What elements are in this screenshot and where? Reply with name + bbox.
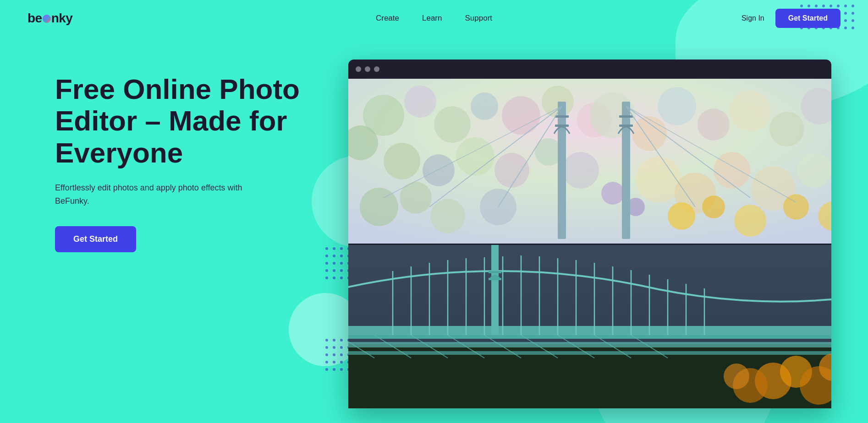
svg-point-91	[724, 363, 749, 389]
nav-right: Sign In Get Started	[742, 9, 841, 28]
nav-links: Create Learn Support	[376, 14, 492, 23]
nav-learn[interactable]: Learn	[422, 14, 442, 23]
svg-point-5	[471, 92, 498, 120]
svg-rect-39	[622, 102, 630, 239]
browser-title-bar	[348, 60, 831, 79]
svg-point-9	[384, 143, 420, 179]
svg-point-6	[502, 96, 540, 135]
hero-browser-mockup	[348, 55, 831, 408]
logo-text: benky	[27, 11, 72, 26]
svg-point-24	[430, 199, 465, 233]
browser-window	[348, 60, 831, 408]
svg-rect-53	[348, 335, 831, 339]
svg-point-31	[668, 202, 695, 230]
svg-rect-72	[491, 244, 499, 335]
svg-rect-38	[558, 102, 566, 239]
browser-content	[348, 79, 831, 408]
hero-title: Free Online Photo Editor – Made for Ever…	[55, 73, 330, 168]
svg-point-11	[456, 137, 494, 176]
svg-point-28	[714, 152, 750, 189]
svg-point-14	[562, 152, 599, 189]
nav-create[interactable]: Create	[376, 14, 399, 23]
svg-point-20	[769, 112, 804, 146]
svg-point-17	[658, 87, 696, 125]
logo-icon	[43, 15, 51, 23]
svg-point-19	[730, 90, 771, 131]
svg-rect-76	[348, 351, 831, 355]
svg-rect-52	[348, 326, 831, 335]
get-started-nav-button[interactable]: Get Started	[775, 9, 841, 28]
svg-rect-41	[619, 115, 633, 118]
hero-subtitle: Effortlessly edit photos and apply photo…	[55, 181, 275, 208]
svg-rect-43	[619, 125, 633, 127]
browser-image-top	[348, 79, 831, 244]
navigation: benky Create Learn Support Sign In Get S…	[0, 0, 868, 37]
browser-image-bottom	[348, 244, 831, 408]
hero-section: Free Online Photo Editor – Made for Ever…	[0, 37, 868, 408]
svg-point-18	[698, 108, 730, 141]
svg-point-33	[734, 205, 766, 237]
browser-split-line	[348, 244, 831, 245]
nav-support[interactable]: Support	[465, 14, 492, 23]
browser-dot-3	[374, 66, 379, 72]
sign-in-button[interactable]: Sign In	[742, 14, 764, 22]
svg-point-10	[423, 154, 455, 186]
svg-point-26	[636, 157, 681, 202]
svg-point-36	[601, 182, 624, 205]
browser-dot-1	[356, 66, 361, 72]
svg-point-16	[632, 116, 667, 151]
browser-dot-2	[365, 66, 370, 72]
svg-point-30	[797, 153, 831, 188]
svg-rect-42	[555, 125, 569, 127]
get-started-hero-button[interactable]: Get Started	[55, 226, 136, 252]
svg-rect-74	[489, 278, 501, 280]
svg-rect-40	[555, 115, 569, 118]
svg-rect-73	[489, 271, 501, 273]
svg-point-2	[404, 86, 436, 118]
svg-point-3	[434, 106, 471, 143]
svg-point-12	[494, 153, 529, 188]
svg-point-23	[400, 182, 432, 214]
logo[interactable]: benky	[27, 11, 72, 26]
svg-point-32	[702, 195, 725, 218]
svg-point-34	[783, 194, 809, 220]
svg-rect-75	[348, 342, 831, 347]
hero-left: Free Online Photo Editor – Made for Ever…	[55, 55, 330, 252]
